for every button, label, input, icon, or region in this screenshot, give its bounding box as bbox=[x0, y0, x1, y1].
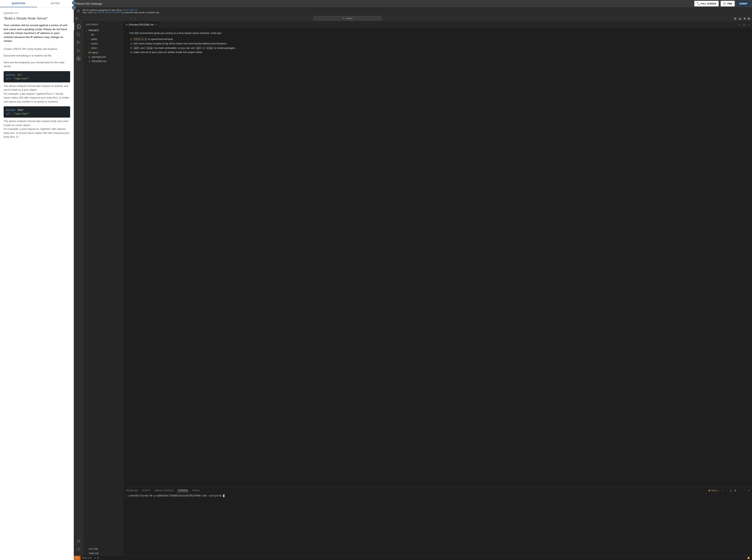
tree-folder-routes[interactable]: ›routes bbox=[83, 41, 124, 46]
editor-tab-readme[interactable]: ▤ [Preview] README.md ✕ bbox=[124, 21, 159, 28]
remote-icon bbox=[76, 557, 79, 559]
question-para: For example: a post request to "/api/tes… bbox=[4, 127, 70, 139]
code-block-post: method: POST url: "/api/test" bbox=[4, 106, 70, 118]
tree-folder-bin[interactable]: ›bin bbox=[83, 33, 124, 37]
outline-pane[interactable]: ›OUTLINE bbox=[83, 547, 124, 551]
kill-terminal-icon[interactable]: 🗑 bbox=[734, 489, 736, 492]
tab-question[interactable]: QUESTION bbox=[0, 0, 37, 7]
explorer-tree: ⌄PROJECT ›bin ›public ›routes ›views JSa… bbox=[83, 28, 124, 547]
activity-search[interactable] bbox=[74, 31, 83, 38]
submit-button[interactable]: SUBMIT bbox=[737, 1, 750, 6]
preview-intro: This IDE environment gives you access to… bbox=[129, 31, 746, 35]
activity-account[interactable] bbox=[74, 538, 83, 545]
preview-list-item: make sure all of your code are written i… bbox=[133, 50, 746, 55]
gear-icon bbox=[76, 547, 81, 552]
new-terminal-icon[interactable]: ＋ bbox=[721, 489, 724, 492]
command-center-search[interactable]: project bbox=[313, 16, 382, 20]
customize-layout-icon[interactable]: ▦ bbox=[747, 17, 750, 20]
tab-debug-console[interactable]: DEBUG CONSOLE bbox=[155, 489, 174, 492]
menu-icon[interactable]: ☰ bbox=[75, 17, 78, 20]
preview-list-item: Ctrl + J to open/close terminal. bbox=[133, 37, 746, 41]
split-editor-icon[interactable]: ◫ bbox=[743, 23, 745, 26]
collapse-left-icon[interactable]: ‹ bbox=[72, 1, 76, 5]
status-bar: ⓧ0 ⚠0 ᯤ0 🔔 bbox=[74, 556, 752, 560]
activity-debug[interactable] bbox=[74, 47, 83, 54]
files-icon bbox=[77, 24, 81, 29]
svg-point-10 bbox=[78, 540, 79, 541]
terminal-more-icon[interactable]: ⋯ bbox=[739, 489, 741, 492]
header-bar: Filtered IDE Challenge FULL SCREEN TIME … bbox=[74, 0, 752, 7]
activity-explorer[interactable] bbox=[74, 23, 83, 30]
nav-forward-icon[interactable]: → bbox=[134, 17, 137, 20]
search-icon bbox=[76, 32, 81, 37]
remote-indicator[interactable] bbox=[74, 556, 81, 560]
question-tabs: QUESTION NOTES bbox=[0, 0, 74, 7]
tree-folder-public[interactable]: ›public bbox=[83, 37, 124, 41]
svg-point-3 bbox=[77, 41, 78, 42]
status-problems[interactable]: ⓧ0 ⚠0 bbox=[81, 556, 93, 559]
editor-tabs: ▤ [Preview] README.md ✕ ⟮⟯ ◫ ⋯ bbox=[124, 21, 752, 28]
vm-ip-link[interactable]: 34.42.136.217 bbox=[123, 9, 138, 11]
terminal-tabs: PROBLEMS OUTPUT DEBUG CONSOLE TERMINAL P… bbox=[124, 487, 752, 494]
maximize-panel-icon[interactable]: ⌃ bbox=[744, 489, 745, 492]
split-terminal-icon[interactable]: ◫ bbox=[730, 489, 732, 492]
nav-arrows: ← → bbox=[129, 17, 137, 20]
status-ports[interactable]: ᯤ0 bbox=[93, 557, 100, 559]
tree-file-package-json[interactable]: {}package.json bbox=[83, 55, 124, 59]
toggle-primary-sidebar-icon[interactable]: ◧ bbox=[734, 17, 737, 20]
reload-icon[interactable] bbox=[77, 9, 80, 13]
ide-body: EXPLORER ⋯ ⌄PROJECT ›bin ›public ›routes… bbox=[74, 21, 752, 556]
full-screen-button[interactable]: FULL SCREEN bbox=[694, 1, 719, 6]
toggle-secondary-sidebar-icon[interactable]: ◨ bbox=[743, 17, 746, 20]
tab-problems[interactable]: PROBLEMS bbox=[126, 489, 138, 492]
nav-back-icon[interactable]: ← bbox=[129, 17, 132, 20]
tree-folder-views[interactable]: ›views bbox=[83, 46, 124, 50]
activity-extensions[interactable] bbox=[74, 55, 83, 62]
show-source-icon[interactable]: ⟮⟯ bbox=[738, 23, 741, 26]
search-icon bbox=[342, 17, 345, 20]
timeline-pane[interactable]: ›TIMELINE bbox=[83, 551, 124, 556]
ide-titlebar: ☰ ← → project ◧ ⬓ ◨ ▦ bbox=[74, 15, 752, 21]
terminal-panel: PROBLEMS OUTPUT DEBUG CONSOLE TERMINAL P… bbox=[124, 487, 752, 556]
more-icon[interactable]: ⋯ bbox=[747, 23, 750, 26]
question-content: Question 1/1 "Build a Simple Node Server… bbox=[0, 7, 74, 142]
terminal-dropdown-icon[interactable]: ⌄ bbox=[726, 489, 728, 492]
svg-rect-6 bbox=[77, 57, 78, 59]
explorer-header: EXPLORER ⋯ bbox=[83, 21, 124, 28]
toggle-panel-icon[interactable]: ⬓ bbox=[738, 17, 741, 20]
editor-area: ▤ [Preview] README.md ✕ ⟮⟯ ◫ ⋯ This IDE … bbox=[124, 21, 752, 556]
svg-point-4 bbox=[77, 43, 78, 44]
svg-rect-8 bbox=[77, 59, 78, 60]
close-icon[interactable]: ✕ bbox=[155, 23, 157, 26]
banner-text: Tips: Use bbox=[82, 11, 93, 14]
svg-point-11 bbox=[78, 548, 79, 550]
time-button[interactable]: TIME bbox=[720, 1, 735, 6]
svg-rect-9 bbox=[79, 59, 80, 60]
tree-project-root[interactable]: ⌄PROJECT bbox=[83, 28, 124, 33]
bell-icon: 🔔 bbox=[747, 557, 750, 559]
collapse-right-icon[interactable]: › bbox=[72, 6, 76, 9]
tab-ports[interactable]: PORTS bbox=[192, 489, 200, 492]
tab-output[interactable]: OUTPUT bbox=[142, 489, 151, 492]
activity-bar bbox=[74, 21, 83, 556]
activity-settings[interactable] bbox=[74, 545, 83, 553]
tab-terminal[interactable]: TERMINAL bbox=[177, 489, 188, 492]
svg-point-2 bbox=[77, 33, 80, 36]
tree-file-appjs[interactable]: JSapp.js bbox=[83, 50, 124, 55]
banner-text: to view the web result in another tab. bbox=[121, 11, 160, 14]
terminal-body[interactable]: ○ coder@filtered-50-q-e2b0245dc72b5b6314… bbox=[124, 494, 752, 556]
status-notifications[interactable]: 🔔 bbox=[746, 557, 752, 559]
vm-url-link[interactable]: http://34.42.136.217:[PORT] bbox=[93, 11, 121, 14]
tab-notes[interactable]: NOTES bbox=[37, 0, 74, 7]
banner-text: The IP address assigned for this VM is: bbox=[82, 9, 123, 11]
question-para: Create a REST API using Nodejs and Expre… bbox=[4, 47, 70, 51]
more-icon[interactable]: ⋯ bbox=[119, 23, 121, 26]
shell-label[interactable]: ⚡bash ⚠ bbox=[708, 489, 719, 492]
close-panel-icon[interactable]: ✕ bbox=[748, 489, 750, 492]
activity-source-control[interactable] bbox=[74, 39, 83, 46]
question-title: "Build a Simple Node Server" bbox=[4, 16, 70, 21]
terminal-prompt: coder@filtered-50-q-e2b0245dc72b5b63141e… bbox=[128, 494, 223, 497]
info-banner: The IP address assigned for this VM is: … bbox=[74, 7, 752, 15]
tree-file-readme[interactable]: ⓘREADME.md bbox=[83, 59, 124, 63]
account-icon bbox=[76, 539, 81, 543]
